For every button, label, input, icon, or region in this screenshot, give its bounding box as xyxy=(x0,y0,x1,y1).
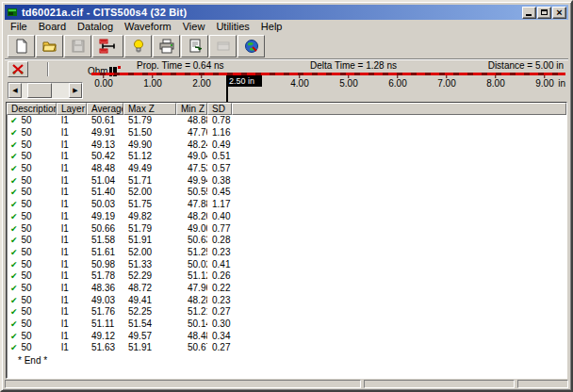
layer-cell: l1 xyxy=(57,151,87,162)
check-icon: ✔ xyxy=(10,332,18,341)
maximize-button[interactable] xyxy=(537,7,551,19)
min-z-cell: 48.48 xyxy=(176,331,207,342)
layer-cell: l1 xyxy=(57,259,87,270)
column-header-layer[interactable]: Layer xyxy=(57,103,87,115)
table-row[interactable]: ✔50l151.4052.0050.550.45 xyxy=(7,187,566,199)
minimize-button[interactable] xyxy=(522,7,536,19)
table-row[interactable]: ✔50l149.1949.8248.200.40 xyxy=(7,211,566,223)
description-value: 50 xyxy=(22,283,32,294)
ruler-tick: 6.00 xyxy=(388,75,406,89)
layer-cell: l1 xyxy=(57,306,87,318)
max-z-cell: 51.54 xyxy=(123,318,176,330)
tick-label: 6.00 xyxy=(388,78,406,89)
column-header-min-z[interactable]: Min Z xyxy=(176,103,207,115)
description-cell: ✔50 xyxy=(7,187,57,198)
ruler-tick: 5.00 xyxy=(339,75,357,89)
average-cell: 51.11 xyxy=(87,318,123,330)
min-z-cell: 51.21 xyxy=(176,306,207,318)
min-z-cell: 50.63 xyxy=(176,235,207,246)
menu-item-utilities[interactable]: Utilities xyxy=(210,21,254,32)
open-folder-icon xyxy=(41,38,58,55)
scroll-right-button[interactable]: ▶ xyxy=(69,83,82,98)
status-panel-3 xyxy=(517,380,568,388)
impedance-cursor-tool-button[interactable] xyxy=(92,35,123,57)
close-button[interactable]: × xyxy=(552,7,566,19)
average-cell: 51.04 xyxy=(87,175,123,187)
check-icon: ✔ xyxy=(10,164,18,173)
table-row[interactable]: ✔50l150.9851.3350.020.41 xyxy=(7,258,566,270)
max-z-cell: 51.50 xyxy=(123,127,176,139)
average-cell: 51.58 xyxy=(87,235,123,246)
table-row[interactable]: ✔50l150.4251.1249.040.51 xyxy=(7,151,566,163)
column-header-description[interactable]: Description xyxy=(7,103,57,115)
arrow-right-icon: ▶ xyxy=(73,84,77,97)
column-header-filler xyxy=(232,103,566,115)
unavailable-button[interactable] xyxy=(209,35,237,57)
menu-item-board[interactable]: Board xyxy=(33,21,72,32)
print-button[interactable] xyxy=(153,35,180,57)
description-value: 50 xyxy=(22,187,32,198)
max-z-cell: 51.91 xyxy=(123,235,176,246)
save-floppy-icon xyxy=(70,38,87,55)
min-z-cell: 48.88 xyxy=(176,115,207,126)
max-z-cell: 51.12 xyxy=(123,151,176,162)
report-button[interactable] xyxy=(181,35,208,57)
open-file-button[interactable] xyxy=(36,35,63,57)
table-row[interactable]: ✔50l150.6651.7949.000.77 xyxy=(7,222,566,235)
menu-item-datalog[interactable]: Datalog xyxy=(72,21,119,32)
average-cell: 50.66 xyxy=(87,223,123,235)
sd-cell: 0.45 xyxy=(207,187,232,198)
table-row[interactable]: ✔50l149.9151.5047.761.16 xyxy=(7,127,566,139)
column-header-sd[interactable]: SD xyxy=(207,103,232,115)
layer-cell: l1 xyxy=(57,163,87,174)
scrollbar-thumb[interactable] xyxy=(27,83,52,98)
table-row[interactable]: ✔50l151.7652.2551.210.27 xyxy=(7,306,566,318)
description-value: 50 xyxy=(22,306,32,318)
delete-cursor-button[interactable] xyxy=(8,61,28,77)
menu-item-help[interactable]: Help xyxy=(255,21,288,32)
layer-cell: l1 xyxy=(57,342,87,353)
table-row[interactable]: ✔50l151.6351.9150.670.27 xyxy=(7,342,566,354)
new-document-button[interactable] xyxy=(8,35,35,57)
table-row[interactable]: ✔50l148.3648.7247.960.22 xyxy=(7,283,566,295)
scrollbar-track[interactable] xyxy=(22,83,69,98)
ruler-tick: 0.00 xyxy=(94,75,112,89)
layer-cell: l1 xyxy=(57,115,87,126)
layer-cell: l1 xyxy=(57,223,87,235)
layer-cell: l1 xyxy=(57,187,87,198)
check-icon: ✔ xyxy=(10,271,18,281)
table-row[interactable]: ✔50l151.7852.2951.120.26 xyxy=(7,270,566,283)
description-value: 50 xyxy=(22,259,32,270)
table-row[interactable]: ✔50l150.0351.7547.881.17 xyxy=(7,199,566,211)
table-row[interactable]: ✔50l149.0349.4148.280.23 xyxy=(7,294,566,306)
menu-item-waveform[interactable]: Waveform xyxy=(119,21,177,32)
table-row[interactable]: ✔50l151.1151.5450.140.30 xyxy=(7,318,566,331)
menu-item-view[interactable]: View xyxy=(177,21,211,32)
menu-item-file[interactable]: File xyxy=(5,21,33,32)
table-row[interactable]: ✔50l148.4849.4947.530.57 xyxy=(7,163,566,175)
scroll-left-button[interactable]: ◀ xyxy=(8,83,22,98)
column-header-max-z[interactable]: Max Z xyxy=(123,103,176,115)
description-cell: ✔50 xyxy=(7,163,57,174)
min-z-cell: 48.28 xyxy=(176,295,207,306)
description-value: 50 xyxy=(22,175,32,187)
column-header-average[interactable]: Average xyxy=(87,103,123,115)
average-cell: 50.42 xyxy=(87,151,123,162)
description-cell: ✔50 xyxy=(7,235,57,246)
web-globe-button[interactable] xyxy=(237,35,265,57)
table-row[interactable]: ✔50l151.5851.9150.630.28 xyxy=(7,235,566,247)
min-z-cell: 49.00 xyxy=(176,223,207,235)
max-z-cell: 52.25 xyxy=(123,306,176,318)
max-z-cell: 51.79 xyxy=(123,115,176,126)
table-row[interactable]: ✔50l150.6151.7948.880.78 xyxy=(7,115,566,127)
hint-lightbulb-button[interactable] xyxy=(124,35,152,57)
save-file-button[interactable] xyxy=(64,35,91,57)
ruler-tick: 2.00 xyxy=(192,75,210,89)
table-row[interactable]: ✔50l151.6152.0051.250.23 xyxy=(7,247,566,259)
max-z-cell: 49.57 xyxy=(123,331,176,342)
table-row[interactable]: ✔50l149.1349.9048.240.49 xyxy=(7,139,566,151)
ruler-tick: 9.00 xyxy=(535,75,553,89)
table-row[interactable]: ✔50l151.0451.7149.940.38 xyxy=(7,174,566,187)
description-value: 50 xyxy=(22,139,32,151)
table-row[interactable]: ✔50l149.1249.5748.480.34 xyxy=(7,330,566,342)
